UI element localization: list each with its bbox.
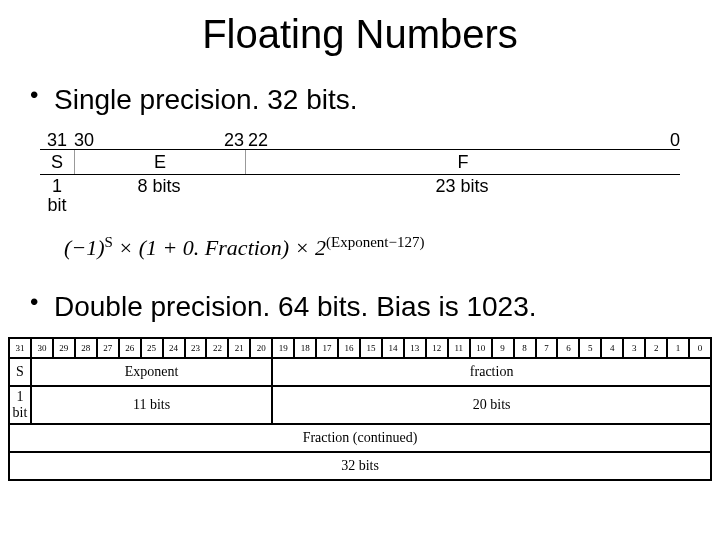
dp-bit: 26 [119, 338, 141, 358]
dp-bit: 21 [228, 338, 250, 358]
dp-bit: 3 [623, 338, 645, 358]
bullet-single-precision: Single precision. 32 bits. [0, 65, 720, 123]
dp-bit-row: 31 30 29 28 27 26 25 24 23 22 21 20 19 1… [9, 338, 711, 358]
sp-width-s: 1 bit [40, 177, 74, 217]
dp-bit: 27 [97, 338, 119, 358]
single-precision-figure: 31 30 23 22 0 S E F 1 bit 8 bits 23 bits [40, 131, 680, 217]
formula-mid: × (1 + 0. Fraction) × 2 [113, 236, 326, 261]
sp-width-f: 23 bits [244, 177, 680, 217]
sp-bit-31: 31 [40, 131, 74, 149]
dp-bit: 11 [448, 338, 470, 358]
dp-bit: 2 [645, 338, 667, 358]
formula-l1: (−1) [64, 236, 105, 261]
sp-bit-22: 22 [244, 131, 276, 149]
slide: Floating Numbers Single precision. 32 bi… [0, 0, 720, 540]
dp-bit: 0 [689, 338, 711, 358]
dp-bit: 7 [536, 338, 558, 358]
dp-bit: 19 [272, 338, 294, 358]
formula-sup1: S [105, 234, 113, 250]
dp-bit: 23 [185, 338, 207, 358]
dp-label-exponent: Exponent [31, 358, 272, 386]
dp-continued-row: Fraction (continued) [9, 424, 711, 452]
dp-bit: 1 [667, 338, 689, 358]
dp-bit: 20 [250, 338, 272, 358]
dp-bit: 24 [163, 338, 185, 358]
dp-bit: 22 [206, 338, 228, 358]
sp-bit-0: 0 [660, 131, 680, 149]
dp-width-exponent: 11 bits [31, 386, 272, 424]
dp-bit: 17 [316, 338, 338, 358]
sp-field-f: F [246, 150, 680, 174]
sp-width-row: 1 bit 8 bits 23 bits [40, 175, 680, 217]
sp-bit-30: 30 [74, 131, 102, 149]
sp-width-e: 8 bits [74, 177, 244, 217]
dp-bit: 9 [492, 338, 514, 358]
dp-bit: 4 [601, 338, 623, 358]
dp-bit: 8 [514, 338, 536, 358]
dp-width-fraction: 20 bits [272, 386, 711, 424]
dp-bit: 28 [75, 338, 97, 358]
formula-sup2: (Exponent−127) [326, 234, 424, 250]
sp-field-e: E [75, 150, 246, 174]
dp-fraction-continued-width: 32 bits [9, 452, 711, 480]
sp-field-row: S E F [40, 149, 680, 175]
dp-continued-width-row: 32 bits [9, 452, 711, 480]
sp-bit-labels: 31 30 23 22 0 [40, 131, 680, 149]
dp-bit: 10 [470, 338, 492, 358]
dp-fraction-continued: Fraction (continued) [9, 424, 711, 452]
dp-bit: 25 [141, 338, 163, 358]
sp-field-s: S [40, 150, 75, 174]
dp-bit: 31 [9, 338, 31, 358]
dp-table: 31 30 29 28 27 26 25 24 23 22 21 20 19 1… [8, 337, 712, 481]
dp-label-row: S Exponent fraction [9, 358, 711, 386]
formula: (−1)S × (1 + 0. Fraction) × 2(Exponent−1… [0, 216, 720, 271]
dp-label-s: S [9, 358, 31, 386]
dp-bit: 13 [404, 338, 426, 358]
page-title: Floating Numbers [0, 0, 720, 65]
dp-bit: 30 [31, 338, 53, 358]
bullet-double-precision: Double precision. 64 bits. Bias is 1023. [0, 272, 720, 330]
dp-bit: 18 [294, 338, 316, 358]
dp-bit: 5 [579, 338, 601, 358]
dp-bit: 16 [338, 338, 360, 358]
dp-bit: 12 [426, 338, 448, 358]
dp-label-fraction: fraction [272, 358, 711, 386]
dp-bit: 29 [53, 338, 75, 358]
dp-bit: 14 [382, 338, 404, 358]
dp-width-row: 1 bit 11 bits 20 bits [9, 386, 711, 424]
dp-bit: 6 [557, 338, 579, 358]
double-precision-figure: 31 30 29 28 27 26 25 24 23 22 21 20 19 1… [8, 337, 712, 481]
dp-bit: 15 [360, 338, 382, 358]
sp-bit-23: 23 [216, 131, 244, 149]
dp-width-s: 1 bit [9, 386, 31, 424]
